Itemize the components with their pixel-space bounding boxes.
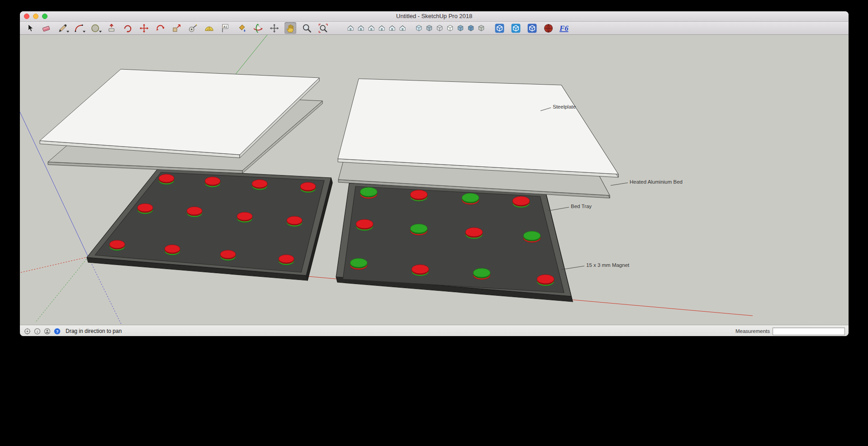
dropdown-caret-icon[interactable] — [83, 31, 85, 33]
select-tool[interactable] — [24, 22, 36, 34]
minimize-button[interactable] — [33, 14, 38, 19]
svg-text:A1: A1 — [223, 25, 227, 28]
orbit-tool[interactable] — [252, 22, 264, 34]
left-tray-magnet[interactable] — [187, 207, 202, 217]
right-tray-magnet[interactable] — [360, 187, 377, 199]
annotation-text: Bed Tray — [571, 204, 592, 209]
left-tray-magnet[interactable] — [138, 204, 153, 214]
zoom-extents-tool[interactable] — [317, 22, 329, 34]
eraser-tool[interactable] — [40, 22, 52, 34]
statusbar: i? Drag in direction to pan Measurements — [20, 325, 849, 336]
shaded-textures-style-button[interactable] — [466, 23, 475, 33]
right-tray-magnet[interactable] — [523, 231, 541, 242]
credits-info-icon[interactable]: i — [33, 327, 41, 335]
annotation-text: 15 x 3 mm Magnet — [586, 262, 630, 268]
left-tray-magnet[interactable] — [279, 255, 294, 265]
protractor-tool[interactable] — [203, 22, 215, 34]
shapes-tool[interactable] — [89, 22, 101, 34]
monochrome-style-button[interactable] — [477, 23, 486, 33]
annotation-text: Heated Aluminium Bed — [630, 179, 683, 185]
dropdown-caret-icon[interactable] — [99, 31, 102, 33]
right-tray-magnet[interactable] — [350, 258, 367, 270]
followme-tool[interactable] — [122, 22, 133, 34]
annotation-bed-tray: Bed Tray — [548, 204, 592, 211]
plugin-cube-button-2[interactable] — [509, 22, 522, 34]
leader-line — [548, 207, 569, 211]
toolbar: A1F6 — [20, 22, 849, 35]
top-view-button[interactable] — [356, 23, 365, 33]
wireframe-style-button[interactable] — [435, 23, 444, 33]
right-view-button[interactable] — [377, 23, 386, 33]
geolocate-icon[interactable] — [24, 327, 31, 335]
pushpull-tool[interactable] — [105, 22, 117, 34]
right-tray-magnet[interactable] — [465, 228, 483, 239]
left-tray-magnet[interactable] — [287, 216, 302, 227]
left-view-button[interactable] — [398, 23, 407, 33]
right-tray-magnet[interactable] — [462, 193, 479, 204]
zoom-tool[interactable] — [301, 22, 313, 34]
status-icons: i? — [24, 327, 61, 335]
annotation-15-x-3-mm-magnet: 15 x 3 mm Magnet — [561, 262, 630, 270]
tool-hint-text: Drag in direction to pan — [66, 328, 122, 334]
plugin-cube-button-3[interactable] — [526, 22, 538, 34]
plugin-cube-button-1[interactable] — [493, 22, 506, 34]
tape-measure-tool[interactable] — [187, 22, 199, 34]
sphere-plugin-button[interactable] — [542, 22, 555, 34]
fullscreen-button[interactable] — [42, 14, 47, 19]
hidden-line-style-button[interactable] — [446, 23, 455, 33]
steelplate-right-top-face[interactable] — [338, 79, 618, 174]
arc-tool[interactable] — [73, 22, 85, 34]
svg-text:F6: F6 — [559, 24, 569, 33]
left-tray-magnet[interactable] — [300, 182, 316, 193]
titlebar[interactable]: Untitled - SketchUp Pro 2018 — [20, 11, 849, 22]
back-view-button[interactable] — [388, 23, 397, 33]
line-tool[interactable] — [57, 22, 68, 34]
principal-tools: A1 — [24, 22, 329, 34]
left-tray-magnet[interactable] — [109, 240, 125, 251]
red-axis-negative — [20, 257, 88, 273]
annotation-heated-aluminium-bed: Heated Aluminium Bed — [611, 179, 683, 185]
sign-in-icon[interactable] — [43, 327, 51, 335]
front-view-button[interactable] — [367, 23, 376, 33]
left-tray-magnet[interactable] — [252, 180, 267, 190]
plugins-toolbar: F6 — [493, 22, 571, 34]
left-tray-magnet[interactable] — [165, 245, 180, 255]
modeling-viewport[interactable]: SteelplateHeated Aluminium BedBed Tray15… — [20, 35, 849, 325]
measurements-input[interactable] — [773, 327, 845, 335]
measurements-label: Measurements — [735, 328, 770, 334]
xray-style-button[interactable] — [414, 23, 423, 33]
fredo6-plugin-button[interactable]: F6 — [558, 22, 571, 34]
traffic-lights — [24, 11, 47, 21]
leader-line — [561, 266, 584, 270]
iso-view-button[interactable] — [346, 23, 355, 33]
back-edges-style-button[interactable] — [425, 23, 434, 33]
right-tray-magnet[interactable] — [412, 265, 429, 276]
right-tray-magnet[interactable] — [473, 268, 490, 280]
help-icon[interactable]: ? — [53, 327, 61, 335]
dropdown-caret-icon[interactable] — [66, 31, 69, 33]
left-tray-magnet[interactable] — [159, 174, 174, 185]
right-tray-magnet[interactable] — [410, 224, 427, 235]
window-title: Untitled - SketchUp Pro 2018 — [20, 11, 849, 21]
right-tray-magnet[interactable] — [512, 196, 530, 208]
pan-tool[interactable] — [285, 22, 296, 34]
move-tool[interactable] — [138, 22, 150, 34]
text-tool[interactable]: A1 — [219, 22, 231, 34]
left-tray-magnet[interactable] — [237, 212, 252, 223]
right-tray-magnet[interactable] — [410, 190, 427, 201]
left-tray-magnet[interactable] — [220, 250, 236, 261]
shaded-style-button[interactable] — [456, 23, 465, 33]
svg-text:?: ? — [56, 329, 58, 333]
left-tray-magnet[interactable] — [205, 177, 220, 187]
paint-bucket-tool[interactable] — [236, 22, 247, 34]
scale-tool[interactable] — [171, 22, 182, 34]
pan-arrows-tool[interactable] — [268, 22, 280, 34]
annotation-text: Steelplate — [553, 104, 576, 109]
right-tray-magnet[interactable] — [356, 219, 373, 231]
svg-text:i: i — [37, 329, 38, 333]
right-tray-magnet[interactable] — [537, 275, 554, 286]
leader-line — [611, 183, 628, 185]
rotate-tool[interactable] — [154, 22, 166, 34]
sketchup-window: Untitled - SketchUp Pro 2018 A1F6 — [20, 11, 849, 336]
close-button[interactable] — [24, 14, 29, 19]
